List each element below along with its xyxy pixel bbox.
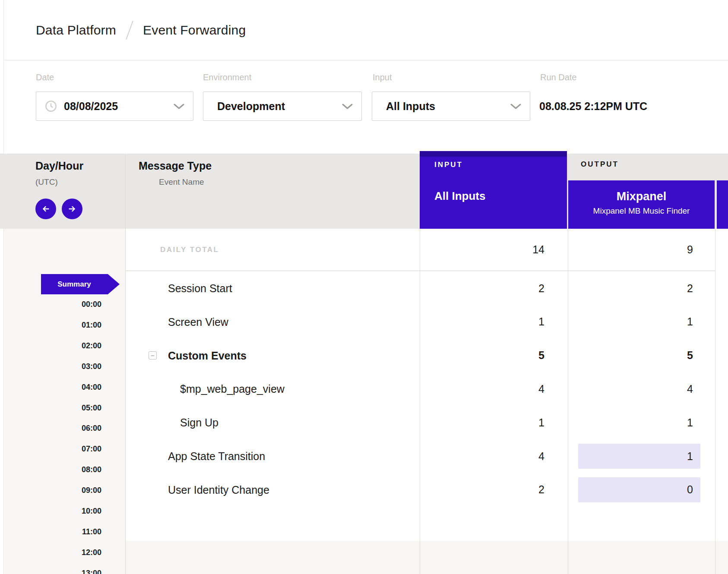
date-filter-dropdown[interactable]: 08/08/2025: [36, 91, 193, 121]
hour-rail-item[interactable]: 02:00: [4, 341, 101, 352]
arrow-right-icon: [67, 204, 77, 214]
event-name: Sign Up: [180, 416, 218, 429]
environment-filter-value: Development: [217, 100, 285, 113]
daily-total-input-cell: 14: [420, 229, 544, 271]
hour-rail-item[interactable]: 10:00: [4, 507, 101, 517]
hour-rail-item[interactable]: 07:00: [4, 445, 101, 455]
next-output-column-partial: [717, 180, 728, 229]
input-count-cell: 5: [420, 339, 544, 372]
input-column-name: All Inputs: [434, 189, 567, 203]
table-row: App State Transition41: [125, 439, 728, 473]
breadcrumb: Data Platform Event Forwarding: [4, 0, 728, 60]
output-count-cell-highlighted: 0: [568, 473, 693, 507]
table-row: $mp_web_page_view44: [125, 372, 728, 406]
highlight-box: [578, 444, 700, 469]
chevron-down-icon: [174, 104, 184, 109]
hour-rail-item[interactable]: 09:00: [4, 486, 101, 496]
input-filter-label: Input: [373, 73, 392, 82]
event-name: $mp_web_page_view: [180, 383, 285, 395]
hour-rail-item[interactable]: 06:00: [4, 424, 101, 434]
input-count-cell: 4: [420, 372, 544, 406]
table-row: −Custom Events55: [125, 339, 728, 372]
environment-filter-dropdown[interactable]: Development: [203, 91, 362, 121]
input-column-header[interactable]: INPUT All Inputs: [420, 151, 567, 229]
arrow-left-icon: [41, 204, 51, 214]
previous-day-button[interactable]: [35, 199, 56, 219]
output-count-cell-highlighted: 1: [568, 439, 693, 473]
clock-icon: [45, 100, 57, 112]
chevron-down-icon: [510, 104, 521, 109]
date-filter-value: 08/08/2025: [64, 100, 118, 113]
output-count-cell: 5: [568, 339, 693, 372]
summary-tab[interactable]: Summary: [41, 274, 120, 294]
breadcrumb-section[interactable]: Data Platform: [36, 23, 116, 38]
event-name-subtitle: Event Name: [159, 177, 204, 187]
input-filter-value: All Inputs: [386, 100, 435, 113]
hour-rail-item[interactable]: 13:00: [4, 569, 101, 574]
event-name: Session Start: [168, 282, 232, 295]
daily-total-row: DAILY TOTAL 14 9: [125, 229, 728, 271]
day-hour-subtitle: (UTC): [35, 177, 58, 187]
hour-rail-item[interactable]: 03:00: [4, 362, 101, 372]
output-count-cell: 1: [568, 305, 693, 339]
input-filter-dropdown[interactable]: All Inputs: [372, 91, 530, 121]
output-column-subtitle: Mixpanel MB Music Finder: [568, 206, 715, 216]
environment-filter-label: Environment: [203, 73, 251, 82]
event-name: User Identity Change: [168, 483, 269, 496]
table-row: Sign Up11: [125, 406, 728, 439]
table-row: Screen View11: [125, 305, 728, 339]
input-count-cell: 1: [420, 406, 544, 439]
hour-rail-item[interactable]: 08:00: [4, 465, 101, 476]
collapse-toggle-minus-icon[interactable]: −: [149, 351, 157, 360]
chevron-down-icon: [342, 104, 353, 109]
summary-tab-label: Summary: [57, 280, 91, 289]
hour-rail-item[interactable]: 00:00: [4, 300, 101, 310]
output-column-header[interactable]: Mixpanel Mixpanel MB Music Finder: [568, 180, 715, 229]
daily-total-label: DAILY TOTAL: [160, 246, 219, 254]
output-column-name: Mixpanel: [568, 190, 715, 203]
hour-rail-item[interactable]: 01:00: [4, 321, 101, 331]
run-date-value: 08.08.25 2:12PM UTC: [539, 100, 647, 113]
row-divider: [125, 271, 715, 271]
input-count-cell: 2: [420, 473, 544, 507]
output-count-cell: 1: [568, 406, 693, 439]
event-name: Screen View: [168, 315, 228, 328]
event-name: App State Transition: [168, 450, 265, 463]
hour-rail-item[interactable]: 05:00: [4, 404, 101, 414]
message-type-header: Message Type: [139, 160, 212, 172]
output-count-cell: 4: [568, 372, 693, 406]
date-filter-label: Date: [36, 73, 54, 82]
hour-rail-item[interactable]: 12:00: [4, 548, 101, 558]
input-count-cell: 1: [420, 305, 544, 339]
output-count-cell: 2: [568, 271, 693, 305]
input-group-label: INPUT: [434, 161, 567, 169]
hour-rail-item[interactable]: 11:00: [4, 527, 101, 538]
input-count-cell: 2: [420, 271, 544, 305]
next-day-button[interactable]: [62, 199, 82, 219]
day-hour-header: Day/Hour: [35, 160, 83, 172]
page-title: Event Forwarding: [143, 23, 246, 38]
table-row: Session Start22: [125, 271, 728, 305]
output-group-label: OUTPUT: [581, 160, 619, 169]
table-row: User Identity Change20: [125, 473, 728, 507]
daily-total-output-cell: 9: [568, 229, 693, 271]
breadcrumb-separator: [126, 21, 133, 40]
grid-footer-area: [125, 541, 728, 574]
input-count-cell: 4: [420, 439, 544, 473]
run-date-label: Run Date: [540, 73, 577, 82]
highlight-box: [578, 477, 700, 502]
day-nav: [35, 199, 82, 219]
event-name: Custom Events: [168, 349, 247, 362]
hour-rail-item[interactable]: 04:00: [4, 383, 101, 393]
event-forwarding-page: Data Platform Event Forwarding Date 08/0…: [0, 0, 728, 574]
